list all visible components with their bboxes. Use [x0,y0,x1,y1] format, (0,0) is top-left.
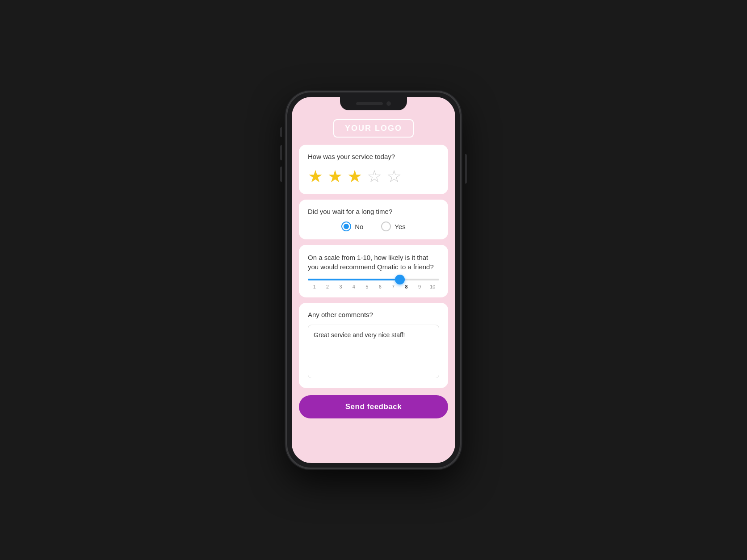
phone-frame: YOUR LOGO How was your service today? ★ … [286,92,461,468]
star-1[interactable]: ★ [308,167,323,186]
star-rating-card: How was your service today? ★ ★ ★ ☆ ☆ [299,145,448,194]
num-5: 5 [361,284,374,289]
volume-down-button [280,167,282,182]
num-2: 2 [321,284,334,289]
star-5[interactable]: ☆ [386,167,402,186]
num-7: 7 [386,284,399,289]
wait-time-question: Did you wait for a long time? [308,208,439,215]
slider-fill [308,279,400,280]
stars-row: ★ ★ ★ ☆ ☆ [308,167,439,186]
star-2[interactable]: ★ [327,167,343,186]
nps-card: On a scale from 1-10, how likely is it t… [299,245,448,297]
radio-yes-circle[interactable] [381,221,391,231]
logo-container: YOUR LOGO [333,119,414,138]
notch [340,97,407,110]
speaker [356,102,383,105]
screen-content: YOUR LOGO How was your service today? ★ … [292,97,455,463]
slider-track [308,279,439,280]
radio-no-label: No [355,223,363,230]
star-4[interactable]: ☆ [367,167,382,186]
logo-text: YOUR LOGO [345,124,402,133]
star-3[interactable]: ★ [347,167,362,186]
comments-card: Any other comments? Great service and ve… [299,303,448,388]
num-1: 1 [308,284,321,289]
comments-question: Any other comments? [308,311,439,318]
wait-time-card: Did you wait for a long time? No Yes [299,200,448,239]
camera [386,101,391,106]
comments-textarea[interactable]: Great service and very nice staff! [308,325,439,378]
volume-up-button [280,145,282,160]
slider-wrapper[interactable] [308,279,439,280]
num-9: 9 [413,284,426,289]
num-6: 6 [374,284,386,289]
num-10: 10 [426,284,439,289]
slider-numbers: 1 2 3 4 5 6 7 8 9 10 [308,284,439,289]
radio-row: No Yes [308,221,439,231]
num-8: 8 [400,284,413,289]
radio-yes[interactable]: Yes [381,221,405,231]
silent-switch [280,127,282,137]
phone-screen: YOUR LOGO How was your service today? ★ … [292,97,455,463]
slider-thumb[interactable] [395,275,405,284]
send-feedback-button[interactable]: Send feedback [299,395,448,418]
star-rating-question: How was your service today? [308,153,439,160]
radio-no-circle[interactable] [341,221,351,231]
radio-no[interactable]: No [341,221,363,231]
power-button [465,154,467,184]
nps-question: On a scale from 1-10, how likely is it t… [308,253,439,272]
num-3: 3 [334,284,347,289]
radio-yes-label: Yes [394,223,405,230]
num-4: 4 [347,284,360,289]
